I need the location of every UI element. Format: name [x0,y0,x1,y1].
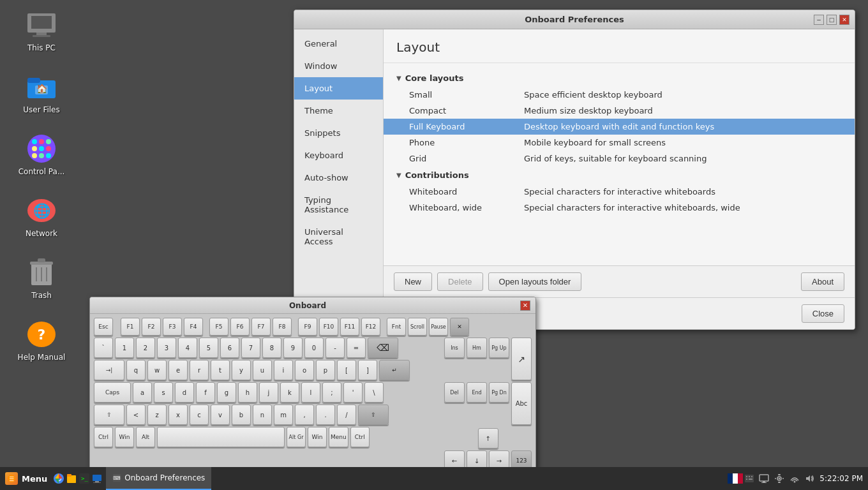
key-m[interactable]: m [274,405,293,425]
key-f7[interactable]: F7 [251,318,271,336]
tray-settings-icon[interactable] [774,473,785,484]
desktop-icon-control-panel[interactable]: Control Pa... [10,130,73,179]
key-f11[interactable]: F11 [340,318,359,336]
key-3[interactable]: 3 [157,338,176,358]
delete-button[interactable]: Delete [437,272,483,291]
key-s[interactable]: s [154,382,173,403]
key-5[interactable]: 5 [199,338,218,358]
key-w[interactable]: w [147,360,167,380]
taskbar-chrome-icon[interactable] [52,472,65,485]
key-semicolon[interactable]: ; [322,382,341,403]
nav-item-keyboard[interactable]: Keyboard [294,144,383,167]
onboard-close-button[interactable]: ✕ [520,301,530,311]
key-up[interactable]: ↑ [478,428,498,449]
key-f12[interactable]: F12 [361,318,380,336]
key-e[interactable]: e [168,360,188,380]
desktop-icon-network[interactable]: 🌐 Network [10,192,73,241]
key-y[interactable]: y [232,360,251,380]
key-space[interactable] [157,427,285,447]
key-lalt[interactable]: Alt [136,427,155,447]
key-rshift[interactable]: ⇧ [358,405,389,425]
key-end[interactable]: End [467,382,487,403]
tray-network-icon[interactable] [789,473,800,484]
key-slash[interactable]: / [337,405,356,425]
taskbar-app-onboard-prefs[interactable]: ⌨ Onboard Preferences [106,467,211,490]
key-o[interactable]: o [295,360,314,380]
key-insert[interactable]: Ins [444,338,465,358]
key-p[interactable]: p [316,360,335,380]
tray-display-icon[interactable] [758,473,770,484]
section-contributions[interactable]: ▼ Contributions [384,167,855,184]
key-equals[interactable]: = [347,338,366,358]
layout-row-small[interactable]: Small Space efficient desktop keyboard [384,87,855,103]
layout-row-phone[interactable]: Phone Mobile keyboard for small screens [384,135,855,151]
key-f5[interactable]: F5 [209,318,228,336]
layout-row-whiteboard[interactable]: Whiteboard Special characters for intera… [384,184,855,200]
key-4[interactable]: 4 [178,338,197,358]
close-window-button[interactable]: ✕ [839,15,849,25]
key-9[interactable]: 9 [283,338,303,358]
close-button[interactable]: Close [802,304,844,323]
key-v[interactable]: v [211,405,230,425]
minimize-button[interactable]: − [814,15,824,25]
key-power[interactable]: ✕ [450,318,469,336]
desktop-icon-help-manual[interactable]: ? Help Manual [10,316,73,365]
key-f2[interactable]: F2 [142,318,161,336]
key-l[interactable]: l [301,382,320,403]
key-6[interactable]: 6 [220,338,239,358]
key-0[interactable]: 0 [304,338,324,358]
nav-item-auto-show[interactable]: Auto-show [294,167,383,189]
new-button[interactable]: New [394,272,432,291]
taskbar-files-icon[interactable] [65,472,78,485]
key-delete[interactable]: Del [444,382,465,403]
layout-row-full-keyboard[interactable]: Full Keyboard Desktop keyboard with edit… [384,119,855,135]
section-core-layouts[interactable]: ▼ Core layouts [384,70,855,87]
key-f10[interactable]: F10 [319,318,338,336]
key-rbracket[interactable]: ] [358,360,377,380]
key-f3[interactable]: F3 [163,318,182,336]
key-a[interactable]: a [133,382,152,403]
key-f9[interactable]: F9 [298,318,317,336]
key-u[interactable]: u [253,360,272,380]
nav-item-layout[interactable]: Layout [294,77,383,100]
desktop-icon-this-pc[interactable]: This PC [10,6,73,56]
key-rwin[interactable]: Win [308,427,327,447]
key-b[interactable]: b [232,405,251,425]
key-pgup[interactable]: Pg Up [489,338,509,358]
taskbar-keyboard-layout[interactable] [728,473,754,484]
key-f4[interactable]: F4 [184,318,203,336]
key-z[interactable]: z [147,405,167,425]
key-quote[interactable]: ' [343,382,363,403]
nav-item-window[interactable]: Window [294,55,383,77]
key-2[interactable]: 2 [136,338,155,358]
layout-row-grid[interactable]: Grid Grid of keys, suitable for keyboard… [384,151,855,167]
key-abc[interactable]: Abc [511,382,532,425]
tray-volume-icon[interactable] [804,473,816,484]
open-layouts-button[interactable]: Open layouts folder [488,272,582,291]
key-f6[interactable]: F6 [230,318,250,336]
key-menu[interactable]: Menu [329,427,348,447]
key-n[interactable]: n [253,405,272,425]
key-h[interactable]: h [238,382,257,403]
key-i[interactable]: i [274,360,293,380]
key-c[interactable]: c [190,405,209,425]
key-altgr[interactable]: Alt Gr [287,427,306,447]
key-enter-top[interactable]: ↵ [379,360,410,380]
taskbar-vm-icon[interactable] [91,472,103,485]
key-7[interactable]: 7 [241,338,260,358]
key-fnt[interactable]: Fnt [387,318,406,336]
key-esc[interactable]: Esc [94,318,113,336]
key-tab[interactable]: →| [94,360,124,380]
key-8[interactable]: 8 [262,338,281,358]
key-mouse[interactable]: ↗ [511,338,532,380]
key-g[interactable]: g [217,382,236,403]
taskbar-menu-button[interactable]: ☰ Menu [0,467,52,490]
key-period[interactable]: . [316,405,335,425]
layout-row-whiteboard-wide[interactable]: Whiteboard, wide Special characters for … [384,200,855,216]
key-r[interactable]: r [190,360,209,380]
maximize-button[interactable]: □ [827,15,837,25]
key-x[interactable]: x [168,405,188,425]
desktop-icon-trash[interactable]: Trash [10,254,73,303]
key-k[interactable]: k [280,382,299,403]
key-f[interactable]: f [196,382,215,403]
